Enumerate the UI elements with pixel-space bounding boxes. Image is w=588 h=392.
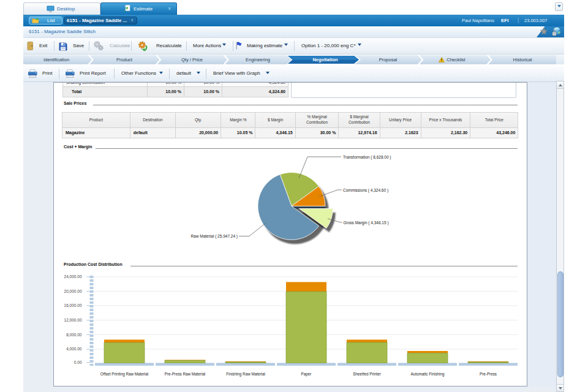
svg-text:16,000.00: 16,000.00 xyxy=(64,303,82,307)
svg-text:12,000.00: 12,000.00 xyxy=(64,318,82,322)
svg-text:Automatic Finishing: Automatic Finishing xyxy=(411,372,445,377)
svg-text:Raw Material ( 25,947.24 ): Raw Material ( 25,947.24 ) xyxy=(190,234,238,239)
svg-text:8,000.00: 8,000.00 xyxy=(66,333,82,337)
svg-text:Pre-Press: Pre-Press xyxy=(480,372,497,376)
svg-text:Sheetfed Printer: Sheetfed Printer xyxy=(353,372,381,376)
svg-text:0.00: 0.00 xyxy=(74,360,82,364)
svg-text:Commissions ( 4,324.60 ): Commissions ( 4,324.60 ) xyxy=(343,188,388,193)
svg-text:20,000.00: 20,000.00 xyxy=(64,289,82,293)
svg-text:4,000.00: 4,000.00 xyxy=(66,347,82,351)
svg-text:Paper: Paper xyxy=(301,372,312,377)
svg-text:Offset Printing Raw Material: Offset Printing Raw Material xyxy=(100,372,148,377)
svg-text:Gross Margin ( 4,346.15 ): Gross Margin ( 4,346.15 ) xyxy=(344,221,389,225)
svg-text:24,000.00: 24,000.00 xyxy=(64,274,82,279)
svg-text:Transformation ( 8,628.00 ): Transformation ( 8,628.00 ) xyxy=(343,155,391,160)
svg-text:Finishing Raw Material: Finishing Raw Material xyxy=(226,372,265,377)
svg-text:Pre-Press Raw Material: Pre-Press Raw Material xyxy=(165,372,205,376)
